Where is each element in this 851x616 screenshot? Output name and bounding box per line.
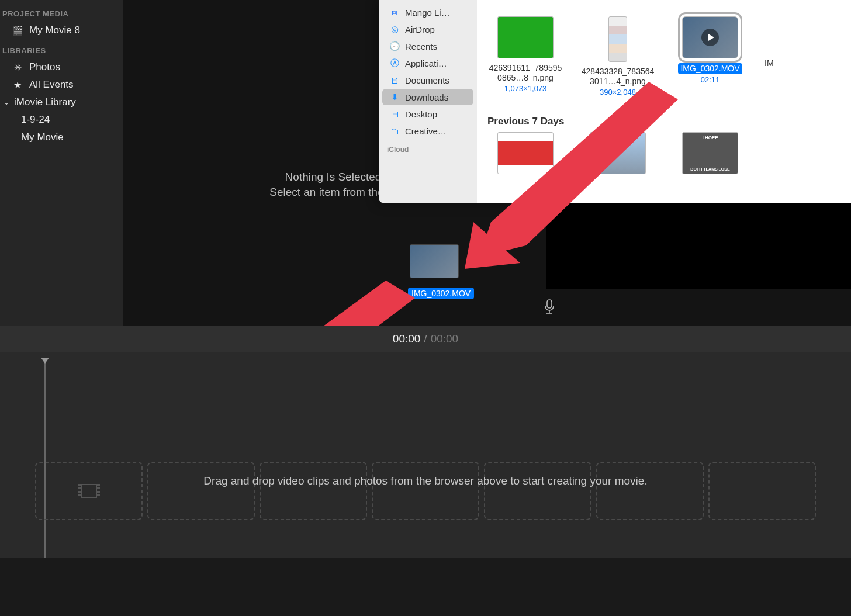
microphone-icon[interactable] bbox=[544, 299, 555, 318]
timeline-slot[interactable] bbox=[35, 462, 143, 520]
file-name: IM bbox=[764, 58, 776, 68]
timeline-slot[interactable] bbox=[260, 462, 367, 520]
finder-applications[interactable]: ⒶApplicati… bbox=[382, 55, 473, 71]
time-separator: / bbox=[424, 333, 427, 345]
imovie-library-item[interactable]: ⌄ iMovie Library bbox=[0, 94, 123, 111]
timeline-slot[interactable] bbox=[708, 462, 816, 520]
timeline-slot[interactable] bbox=[484, 462, 591, 520]
finder-window[interactable]: ⧈Mango Li… ◎AirDrop 🕘Recents ⒶApplicati…… bbox=[379, 0, 851, 203]
file-duration: 02:11 bbox=[672, 75, 748, 84]
finder-documents[interactable]: 🗎Documents bbox=[382, 72, 473, 88]
file-name: IMG_0302.MOV bbox=[678, 63, 742, 74]
finder-airdrop[interactable]: ◎AirDrop bbox=[382, 21, 473, 37]
imovie-library-label: iMovie Library bbox=[14, 96, 76, 108]
file-thumbnail bbox=[497, 16, 554, 58]
file-item[interactable] bbox=[487, 132, 563, 179]
timeline-slot[interactable] bbox=[147, 462, 255, 520]
finder-downloads[interactable]: ⬇Downloads bbox=[382, 89, 473, 105]
file-thumbnail: I HOPEBOTH TEAMS LOSE bbox=[682, 132, 738, 174]
file-name: 428433328_7835643011…4_n.png bbox=[580, 67, 656, 86]
finder-sidebar: ⧈Mango Li… ◎AirDrop 🕘Recents ⒶApplicati…… bbox=[379, 0, 477, 203]
library-sub-1[interactable]: 1-9-24 bbox=[0, 111, 123, 129]
timeline[interactable]: Drag and drop video clips and photos fro… bbox=[0, 352, 851, 558]
file-dimensions: 390×2,048 bbox=[580, 88, 656, 96]
total-time: 00:00 bbox=[431, 333, 459, 345]
my-movie-label: My Movie 8 bbox=[29, 25, 80, 36]
drag-proxy[interactable]: IMG_0302.MOV bbox=[408, 244, 461, 299]
file-item-overflow[interactable]: IM bbox=[764, 16, 776, 96]
file-thumbnail bbox=[682, 16, 738, 58]
file-thumbnail bbox=[608, 16, 627, 62]
file-item[interactable]: 428433328_7835643011…4_n.png 390×2,048 bbox=[580, 16, 656, 96]
file-thumbnail bbox=[590, 132, 646, 174]
clock-icon: 🕘 bbox=[389, 41, 400, 51]
finder-dropbox[interactable]: ⧈Mango Li… bbox=[382, 4, 473, 20]
clapboard-icon: 🎬 bbox=[12, 25, 23, 36]
timeline-placeholder-row[interactable] bbox=[35, 462, 851, 520]
airdrop-icon: ◎ bbox=[389, 24, 400, 34]
previous-7-days-header: Previous 7 Days bbox=[487, 108, 840, 132]
finder-recents[interactable]: 🕘Recents bbox=[382, 38, 473, 54]
icloud-header: iCloud bbox=[379, 140, 477, 156]
project-sidebar: PROJECT MEDIA 🎬 My Movie 8 LIBRARIES ✳︎ … bbox=[0, 0, 123, 326]
current-time: 00:00 bbox=[393, 333, 421, 345]
file-item[interactable]: I HOPEBOTH TEAMS LOSE bbox=[672, 132, 748, 179]
chevron-down-icon: ⌄ bbox=[4, 98, 12, 106]
all-events-label: All Events bbox=[29, 79, 74, 91]
file-item[interactable]: 426391611_7895950865…8_n.png 1,073×1,073 bbox=[487, 16, 563, 96]
timeline-slot[interactable] bbox=[372, 462, 479, 520]
photos-label: Photos bbox=[29, 61, 60, 73]
drag-label: IMG_0302.MOV bbox=[408, 288, 474, 299]
dropbox-icon: ⧈ bbox=[389, 7, 400, 18]
all-events-item[interactable]: ★ All Events bbox=[0, 76, 123, 94]
time-display-bar: 00:00 / 00:00 bbox=[0, 326, 851, 352]
timeline-slot[interactable] bbox=[596, 462, 704, 520]
finder-creative[interactable]: 🗀Creative… bbox=[382, 123, 473, 139]
preview-panel bbox=[546, 203, 851, 289]
desktop-icon: 🖥 bbox=[389, 109, 400, 119]
folder-icon: 🗀 bbox=[389, 126, 400, 136]
project-media-header: PROJECT MEDIA bbox=[0, 6, 123, 22]
star-icon: ★ bbox=[12, 79, 23, 91]
finder-content[interactable]: 426391611_7895950865…8_n.png 1,073×1,073… bbox=[477, 0, 851, 203]
drag-thumbnail bbox=[410, 244, 459, 278]
my-movie-item[interactable]: 🎬 My Movie 8 bbox=[0, 22, 123, 39]
svg-rect-0 bbox=[547, 300, 552, 308]
file-name: 426391611_7895950865…8_n.png bbox=[487, 63, 563, 83]
libraries-header: LIBRARIES bbox=[0, 43, 123, 58]
download-icon: ⬇ bbox=[389, 92, 400, 102]
playhead[interactable] bbox=[44, 359, 46, 558]
file-thumbnail bbox=[497, 132, 554, 174]
library-sub-2[interactable]: My Movie bbox=[0, 129, 123, 146]
photos-item[interactable]: ✳︎ Photos bbox=[0, 58, 123, 76]
apps-icon: Ⓐ bbox=[389, 58, 400, 68]
play-icon bbox=[701, 29, 719, 46]
timeline-drop-hint: Drag and drop video clips and photos fro… bbox=[0, 475, 851, 487]
photos-icon: ✳︎ bbox=[12, 62, 23, 73]
finder-desktop[interactable]: 🖥Desktop bbox=[382, 106, 473, 122]
file-dimensions: 1,073×1,073 bbox=[487, 84, 563, 93]
document-icon: 🗎 bbox=[389, 75, 400, 85]
file-item[interactable] bbox=[580, 132, 656, 179]
file-item-selected[interactable]: IMG_0302.MOV 02:11 bbox=[672, 16, 748, 96]
